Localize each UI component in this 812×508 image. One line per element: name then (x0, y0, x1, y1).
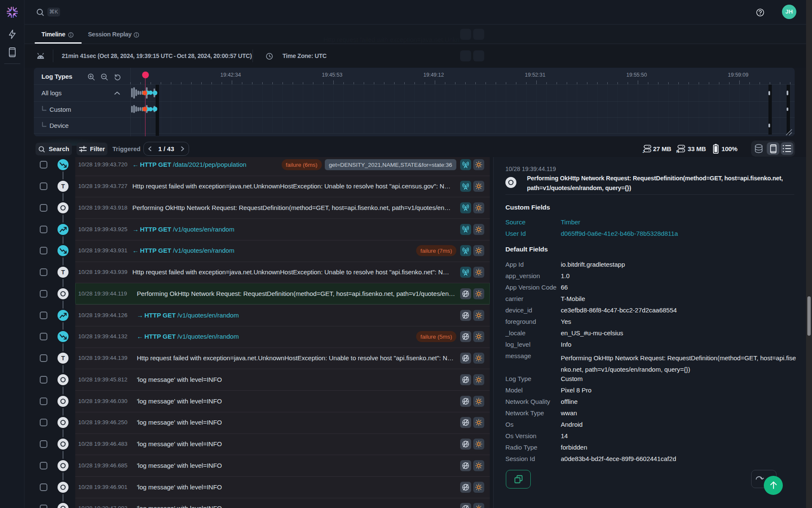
svg-text:J: J (642, 149, 645, 153)
svg-text:N: N (676, 149, 679, 153)
